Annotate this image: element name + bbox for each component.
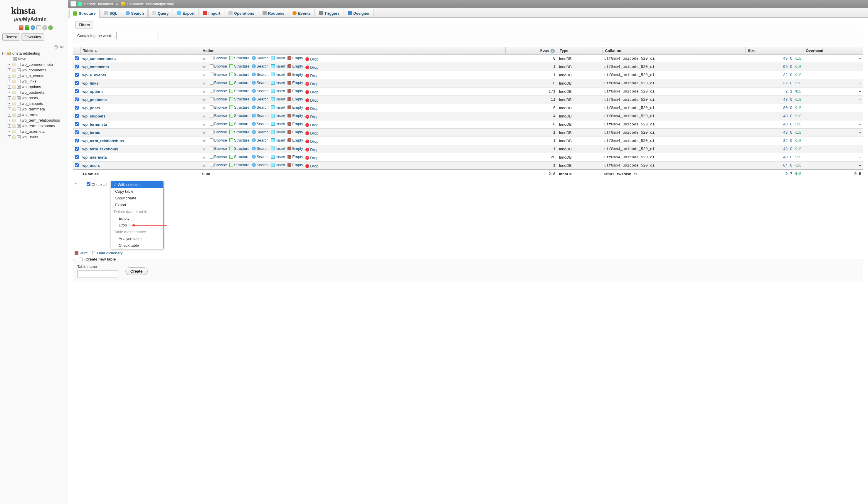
tree-table-wp_commentmeta[interactable]: +wp_commentmeta — [2, 62, 65, 67]
tab-search[interactable]: Search — [122, 9, 148, 17]
table-name-link[interactable]: wp_commentmeta — [83, 56, 116, 61]
favourite-star-icon[interactable]: ★ — [202, 97, 206, 102]
browse-action[interactable]: Browse — [210, 154, 227, 159]
tab-structure[interactable]: Structure — [69, 9, 100, 18]
search-action[interactable]: Search — [252, 163, 269, 167]
row-checkbox[interactable] — [75, 65, 79, 69]
col-overhead[interactable]: Overhead — [803, 47, 863, 55]
table-name-link[interactable]: wp_comments — [83, 65, 109, 69]
insert-action[interactable]: Insert — [271, 130, 286, 134]
insert-action[interactable]: Insert — [271, 72, 286, 77]
search-action[interactable]: Search — [252, 72, 269, 77]
tab-import[interactable]: Import — [199, 9, 224, 17]
drop-action[interactable]: Drop — [306, 164, 318, 168]
col-size[interactable]: Size — [745, 47, 803, 55]
structure-action[interactable]: Structure — [229, 138, 250, 142]
collapse-icons[interactable]: ⊖ ∞ — [2, 43, 65, 51]
search-action[interactable]: Search — [252, 64, 269, 69]
search-action[interactable]: Search — [252, 122, 269, 126]
browse-action[interactable]: Browse — [210, 146, 227, 151]
structure-action[interactable]: Structure — [229, 130, 250, 134]
empty-action[interactable]: Empty — [288, 72, 303, 77]
favourite-star-icon[interactable]: ★ — [202, 89, 206, 94]
refresh-icon[interactable] — [48, 25, 53, 30]
row-checkbox[interactable] — [75, 106, 79, 110]
tab-export[interactable]: Export — [173, 9, 198, 17]
drop-action[interactable]: Drop — [306, 90, 318, 94]
favourite-star-icon[interactable]: ★ — [202, 64, 206, 69]
search-action[interactable]: Search — [252, 56, 269, 60]
help-icon[interactable]: ? — [550, 49, 555, 53]
insert-action[interactable]: Insert — [271, 163, 286, 167]
favourite-star-icon[interactable]: ★ — [202, 114, 206, 119]
table-name-link[interactable]: wp_options — [83, 89, 104, 94]
dd-drop[interactable]: Drop — [111, 222, 163, 228]
structure-action[interactable]: Structure — [229, 64, 250, 69]
row-checkbox[interactable] — [75, 155, 79, 159]
empty-action[interactable]: Empty — [288, 81, 303, 85]
insert-action[interactable]: Insert — [271, 64, 286, 69]
empty-action[interactable]: Empty — [288, 146, 303, 151]
search-action[interactable]: Search — [252, 97, 269, 101]
structure-action[interactable]: Structure — [229, 113, 250, 118]
drop-action[interactable]: Drop — [306, 98, 318, 103]
table-name-link[interactable]: wp_posts — [83, 106, 100, 110]
dd-export[interactable]: Export — [111, 202, 163, 208]
insert-action[interactable]: Insert — [271, 113, 286, 118]
browse-action[interactable]: Browse — [210, 56, 227, 60]
tree-table-wp_posts[interactable]: +wp_posts — [2, 95, 65, 101]
table-name-link[interactable]: wp_postmeta — [83, 97, 107, 102]
drop-action[interactable]: Drop — [306, 57, 318, 61]
table-name-link[interactable]: wp_users — [83, 163, 100, 168]
structure-action[interactable]: Structure — [229, 122, 250, 126]
dd-check-table[interactable]: Check table — [111, 242, 163, 249]
tab-sql[interactable]: SQL — [100, 9, 121, 17]
check-all[interactable]: Check all — [86, 182, 107, 187]
insert-action[interactable]: Insert — [271, 89, 286, 93]
search-action[interactable]: Search — [252, 154, 269, 159]
row-checkbox[interactable] — [75, 138, 79, 142]
table-name-link[interactable]: wp_usermeta — [83, 155, 107, 160]
tree-new-node[interactable]: ┌ New — [2, 56, 65, 62]
empty-action[interactable]: Empty — [288, 89, 303, 93]
tab-operations[interactable]: Operations — [225, 9, 258, 17]
tree-table-wp_e_events[interactable]: +wp_e_events — [2, 73, 65, 79]
tab-query[interactable]: Query — [148, 9, 173, 17]
tree-db-node[interactable]: −kinstahelptesting — [2, 51, 65, 56]
empty-action[interactable]: Empty — [288, 138, 303, 142]
search-action[interactable]: Search — [252, 81, 269, 85]
drop-action[interactable]: Drop — [306, 73, 318, 78]
tree-table-wp_postmeta[interactable]: +wp_postmeta — [2, 90, 65, 95]
tab-designer[interactable]: Designer — [344, 9, 373, 17]
table-name-link[interactable]: wp_e_events — [83, 73, 106, 77]
empty-action[interactable]: Empty — [288, 130, 303, 134]
docs-icon[interactable] — [31, 25, 35, 30]
empty-action[interactable]: Empty — [288, 113, 303, 118]
browse-action[interactable]: Browse — [210, 97, 227, 101]
dd-analyse[interactable]: Analyse table — [111, 235, 163, 242]
structure-action[interactable]: Structure — [229, 56, 250, 60]
drop-action[interactable]: Drop — [306, 106, 318, 111]
table-name-link[interactable]: wp_snippets — [83, 114, 106, 119]
search-action[interactable]: Search — [252, 146, 269, 151]
drop-action[interactable]: Drop — [306, 114, 318, 119]
empty-action[interactable]: Empty — [288, 97, 303, 101]
browse-action[interactable]: Browse — [210, 122, 227, 126]
search-action[interactable]: Search — [252, 138, 269, 142]
tree-table-wp_users[interactable]: +wp_users — [2, 134, 65, 140]
tree-table-wp_term_relationships[interactable]: +wp_term_relationships — [2, 117, 65, 123]
favourite-star-icon[interactable]: ★ — [202, 138, 206, 143]
structure-action[interactable]: Structure — [229, 97, 250, 101]
drop-action[interactable]: Drop — [306, 147, 318, 152]
col-rows[interactable]: Rows? — [506, 47, 557, 55]
row-checkbox[interactable] — [75, 147, 79, 151]
tab-events[interactable]: Events — [289, 9, 314, 17]
tab-routines[interactable]: Routines — [259, 9, 288, 17]
table-name-link[interactable]: wp_terms — [83, 131, 101, 135]
structure-action[interactable]: Structure — [229, 163, 250, 167]
favourite-star-icon[interactable]: ★ — [202, 81, 206, 86]
browse-action[interactable]: Browse — [210, 130, 227, 134]
tree-table-wp_termmeta[interactable]: +wp_termmeta — [2, 106, 65, 112]
search-action[interactable]: Search — [252, 105, 269, 110]
tree-table-wp_snippets[interactable]: +wp_snippets — [2, 101, 65, 106]
